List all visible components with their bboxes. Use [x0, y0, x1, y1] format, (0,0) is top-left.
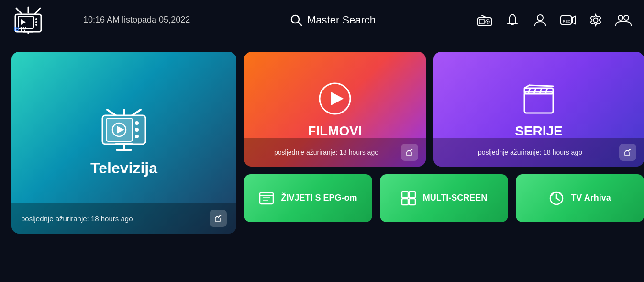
record-icon[interactable]: REC — [559, 11, 577, 29]
search-icon — [290, 14, 302, 26]
svg-text:IB: IB — [14, 26, 19, 32]
serije-footer: posljednje ažuriranje: 18 hours ago — [433, 138, 644, 167]
televizija-title: Televizija — [90, 159, 157, 177]
svg-rect-50 — [260, 192, 273, 204]
svg-rect-16 — [479, 19, 484, 24]
svg-line-60 — [556, 198, 559, 200]
bell-icon[interactable] — [503, 11, 522, 29]
cards-container: Televizija posljednje ažuriranje: 18 hou… — [0, 52, 644, 282]
user-icon[interactable] — [531, 11, 549, 29]
logo[interactable]: IB TV — [11, 6, 45, 34]
filmovi-update: posljednje ažuriranje: 18 hours ago — [252, 148, 401, 156]
search-label: Master Search — [307, 14, 376, 26]
master-search[interactable]: Master Search — [290, 14, 376, 26]
filmovi-share-button[interactable] — [401, 144, 418, 161]
bottom-cards-row: ŽIVJETI S EPG-om MULTI-SCREEN — [244, 174, 644, 222]
svg-line-49 — [529, 85, 553, 86]
multiscreen-icon — [401, 191, 416, 206]
svg-line-14 — [298, 22, 301, 25]
card-serije[interactable]: SERIJE posljednje ažuriranje: 18 hours a… — [433, 52, 644, 167]
card-multiscreen[interactable]: MULTI-SCREEN — [380, 174, 508, 222]
radio-icon[interactable] — [476, 11, 494, 29]
svg-point-35 — [135, 128, 139, 132]
televizija-update: posljednje ažuriranje: 18 hours ago — [21, 214, 133, 223]
serije-title: SERIJE — [515, 124, 563, 139]
serije-share-button[interactable] — [619, 144, 636, 161]
filmovi-title: FILMOVI — [308, 124, 362, 139]
card-filmovi[interactable]: FILMOVI posljednje ažuriranje: 18 hours … — [244, 52, 426, 167]
card-epg[interactable]: ŽIVJETI S EPG-om — [244, 174, 372, 222]
svg-point-8 — [35, 24, 37, 26]
svg-rect-54 — [402, 192, 408, 198]
svg-line-0 — [16, 8, 22, 14]
card-televizija[interactable]: Televizija posljednje ažuriranje: 18 hou… — [11, 52, 236, 234]
clapperboard-icon — [520, 79, 558, 118]
svg-rect-55 — [409, 192, 415, 198]
televizija-share-button[interactable] — [210, 210, 227, 227]
svg-point-6 — [35, 18, 37, 20]
svg-point-36 — [135, 135, 139, 138]
svg-point-7 — [35, 21, 37, 23]
serije-update: posljednje ažuriranje: 18 hours ago — [441, 148, 619, 156]
right-column: FILMOVI posljednje ažuriranje: 18 hours … — [244, 52, 644, 222]
svg-line-27 — [107, 110, 116, 115]
svg-marker-22 — [572, 16, 575, 24]
svg-rect-56 — [402, 199, 408, 205]
televizija-footer: posljednje ažuriranje: 18 hours ago — [11, 203, 236, 234]
card-tvarhiva[interactable]: TV Arhiva — [516, 174, 644, 222]
play-circle-icon — [316, 79, 354, 118]
svg-point-18 — [487, 21, 488, 22]
multiscreen-label: MULTI-SCREEN — [423, 192, 488, 203]
svg-text:TV: TV — [20, 26, 27, 32]
svg-line-44 — [528, 88, 530, 94]
svg-point-24 — [593, 18, 598, 22]
svg-point-20 — [537, 15, 543, 21]
accounts-icon[interactable] — [614, 11, 633, 29]
svg-point-34 — [135, 121, 139, 125]
svg-text:REC: REC — [563, 19, 571, 23]
svg-marker-5 — [21, 19, 26, 25]
tv-icon — [98, 109, 150, 152]
svg-line-45 — [534, 88, 536, 94]
top-cards-row: FILMOVI posljednje ažuriranje: 18 hours … — [244, 52, 644, 167]
svg-point-26 — [624, 15, 629, 20]
svg-rect-42 — [524, 92, 553, 113]
svg-rect-57 — [409, 199, 415, 205]
datetime-display: 10:16 AM listopada 05,2022 — [83, 15, 190, 25]
svg-point-25 — [618, 15, 623, 20]
svg-line-47 — [545, 88, 547, 94]
svg-marker-41 — [331, 92, 344, 105]
header-icon-group: REC — [476, 11, 633, 29]
svg-line-2 — [34, 8, 40, 14]
epg-label: ŽIVJETI S EPG-om — [281, 192, 357, 203]
svg-line-29 — [132, 110, 141, 115]
svg-line-46 — [540, 88, 542, 94]
tvarchive-label: TV Arhiva — [571, 192, 611, 203]
main-content: Televizija posljednje ažuriranje: 18 hou… — [0, 40, 644, 282]
app-header: IB TV 10:16 AM listopada 05,2022 Master … — [0, 0, 644, 40]
tvarchive-icon — [549, 191, 564, 206]
filmovi-footer: posljednje ažuriranje: 18 hours ago — [244, 138, 426, 167]
epg-icon — [259, 191, 274, 206]
settings-icon[interactable] — [587, 11, 605, 29]
logo-icon: IB TV — [11, 6, 45, 34]
